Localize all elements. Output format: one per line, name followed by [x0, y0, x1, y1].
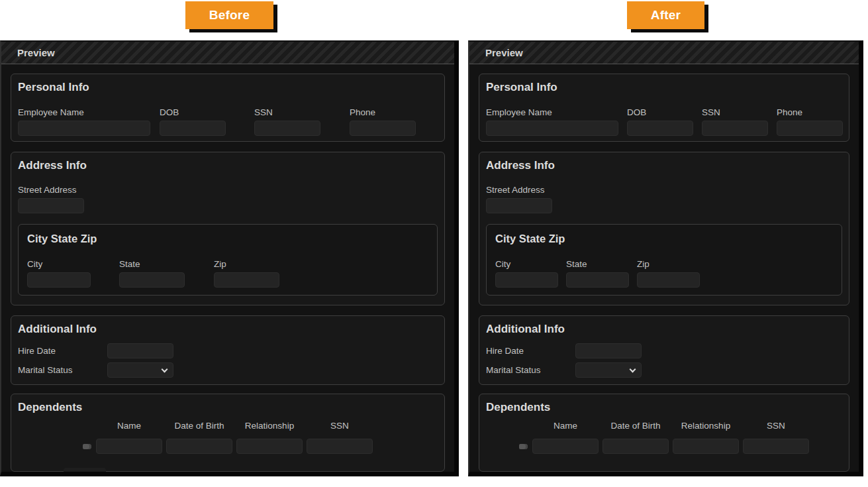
zip-label: Zip: [637, 259, 700, 269]
street-address-input[interactable]: [486, 198, 552, 213]
dependent-name-col: Name: [96, 421, 162, 454]
street-address-input[interactable]: [18, 198, 84, 213]
personal-fields-row: Employee Name DOB SSN Phone: [18, 107, 438, 136]
preview-header: Preview: [1, 42, 454, 64]
preview-body: Personal Info Employee Name DOB SSN: [469, 64, 859, 476]
before-column: Before Preview Personal Info Employee Na…: [0, 1, 459, 476]
address-info-title: Address Info: [18, 159, 438, 172]
city-field: City: [27, 259, 91, 288]
zip-input[interactable]: [637, 272, 700, 288]
marital-status-select[interactable]: [107, 362, 173, 378]
dependent-relationship-label: Relationship: [245, 421, 294, 431]
phone-input[interactable]: [350, 121, 416, 136]
city-input[interactable]: [27, 272, 91, 288]
personal-info-title: Personal Info: [18, 81, 438, 94]
dependent-ssn-label: SSN: [330, 421, 349, 431]
phone-label: Phone: [350, 107, 416, 117]
hire-date-input[interactable]: [575, 343, 642, 358]
city-state-zip-title: City State Zip: [495, 233, 834, 245]
city-state-zip-section: City State Zip City State Zip: [18, 224, 438, 296]
add-dependent-button-clipped[interactable]: [64, 468, 106, 476]
dependent-dob-label: Date of Birth: [610, 421, 660, 431]
zip-input[interactable]: [214, 272, 279, 288]
marital-status-row: Marital Status: [18, 362, 438, 378]
city-input[interactable]: [495, 272, 558, 288]
dob-field: DOB: [627, 107, 693, 136]
city-label: City: [495, 259, 558, 269]
dependent-ssn-col: SSN: [307, 421, 373, 454]
dependent-dob-input[interactable]: [166, 439, 232, 454]
city-field: City: [495, 259, 558, 288]
phone-label: Phone: [777, 107, 843, 117]
employee-name-input[interactable]: [18, 121, 150, 136]
dependents-row: Name Date of Birth Relationship SSN: [83, 421, 373, 454]
dob-label: DOB: [627, 107, 693, 117]
hire-date-label: Hire Date: [18, 346, 107, 356]
city-state-zip-row: City State Zip: [27, 259, 429, 288]
hire-date-row: Hire Date: [486, 343, 842, 358]
dependent-relationship-input[interactable]: [236, 439, 303, 454]
dependent-relationship-input[interactable]: [673, 439, 739, 454]
before-button[interactable]: Before: [185, 1, 273, 29]
preview-title: Preview: [17, 47, 55, 58]
state-field: State: [566, 259, 629, 288]
dependent-relationship-label: Relationship: [681, 421, 730, 431]
ssn-input[interactable]: [254, 121, 320, 136]
chevron-down-icon: [630, 366, 636, 373]
preview-title: Preview: [485, 47, 523, 58]
dependent-name-label: Name: [117, 421, 141, 431]
hire-date-row: Hire Date: [18, 343, 438, 358]
dependent-relationship-col: Relationship: [236, 421, 303, 454]
dependent-dob-label: Date of Birth: [174, 421, 224, 431]
ssn-field: SSN: [702, 107, 768, 136]
phone-field: Phone: [350, 107, 416, 136]
city-state-zip-row: City State Zip: [495, 259, 834, 288]
dependents-section: Dependents Name Date of Birth: [479, 394, 849, 472]
phone-input[interactable]: [777, 121, 843, 136]
employee-name-label: Employee Name: [486, 107, 618, 117]
phone-field: Phone: [777, 107, 843, 136]
zip-label: Zip: [214, 259, 279, 269]
dependent-row-marker-icon: [519, 444, 528, 449]
after-column: After Preview Personal Info Employee Nam…: [468, 1, 863, 476]
dependent-marker: [519, 421, 528, 454]
personal-fields-row: Employee Name DOB SSN Phone: [486, 107, 842, 136]
additional-info-section: Additional Info Hire Date Marital Status: [479, 315, 849, 385]
preview-body: Personal Info Employee Name DOB SSN: [1, 64, 454, 476]
address-info-section: Address Info Street Address City State Z…: [11, 152, 445, 305]
ssn-input[interactable]: [702, 121, 768, 136]
dependent-dob-input[interactable]: [603, 439, 669, 454]
street-address-label: Street Address: [486, 185, 842, 195]
dob-field: DOB: [160, 107, 226, 136]
dependent-ssn-input[interactable]: [743, 439, 809, 454]
hire-date-input[interactable]: [107, 343, 173, 358]
state-input[interactable]: [119, 272, 185, 288]
employee-name-input[interactable]: [486, 121, 618, 136]
chevron-down-icon: [162, 366, 168, 373]
preview-panel-after: Preview Personal Info Employee Name DOB: [468, 40, 863, 476]
personal-info-title: Personal Info: [486, 81, 842, 94]
preview-panel-before: Preview Personal Info Employee Name DOB: [0, 40, 459, 476]
dob-input[interactable]: [627, 121, 693, 136]
comparison-stage: Before Preview Personal Info Employee Na…: [0, 0, 868, 476]
ssn-field: SSN: [254, 107, 320, 136]
dob-input[interactable]: [160, 121, 226, 136]
state-input[interactable]: [566, 272, 629, 288]
dependents-title: Dependents: [18, 401, 438, 414]
city-state-zip-section: City State Zip City State Zip: [486, 224, 842, 296]
dependent-ssn-input[interactable]: [307, 439, 373, 454]
additional-info-title: Additional Info: [18, 323, 438, 336]
marital-status-select[interactable]: [575, 362, 642, 378]
dependents-row: Name Date of Birth Relationship SSN: [519, 421, 809, 454]
dependent-marker: [83, 421, 91, 454]
dependent-name-input[interactable]: [96, 439, 162, 454]
street-address-field: Street Address: [18, 185, 438, 213]
dependents-title: Dependents: [486, 401, 842, 414]
hire-date-label: Hire Date: [486, 346, 575, 356]
city-label: City: [27, 259, 91, 269]
employee-name-field: Employee Name: [486, 107, 618, 136]
dependent-dob-col: Date of Birth: [166, 421, 232, 454]
additional-info-title: Additional Info: [486, 323, 842, 336]
after-button[interactable]: After: [627, 1, 704, 29]
dependent-name-input[interactable]: [532, 439, 599, 454]
